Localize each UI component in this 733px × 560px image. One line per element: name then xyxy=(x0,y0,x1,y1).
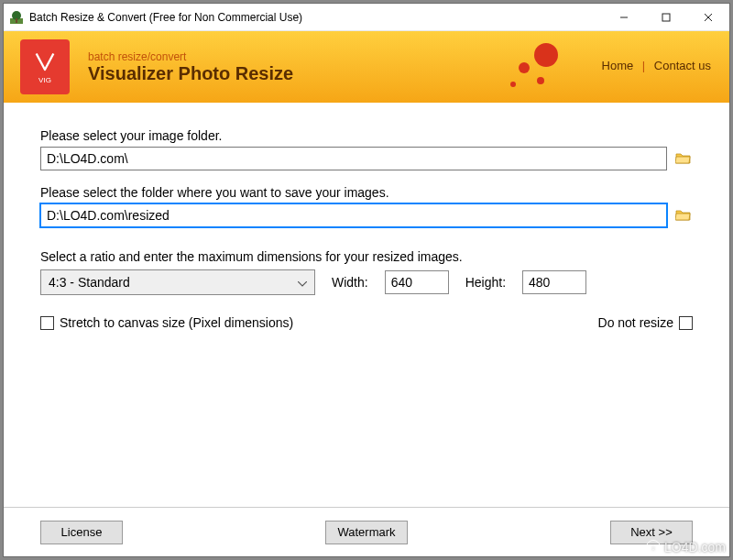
svg-point-7 xyxy=(534,43,558,67)
ratio-selected-value: 4:3 - Standard xyxy=(49,275,130,290)
source-folder-label: Please select your image folder. xyxy=(40,128,693,143)
dest-folder-input[interactable] xyxy=(40,203,667,227)
minimize-button[interactable] xyxy=(603,4,645,31)
noresize-checkbox[interactable] xyxy=(679,316,693,330)
svg-rect-4 xyxy=(662,14,670,21)
svg-point-9 xyxy=(537,77,544,84)
footer: License Watermark Next >> xyxy=(4,507,729,556)
banner: VIG batch resize/convert Visualizer Phot… xyxy=(4,31,729,103)
chevron-down-icon xyxy=(298,275,307,290)
width-label: Width: xyxy=(332,275,368,290)
ratio-label: Select a ratio and enter the maximum dim… xyxy=(40,249,693,264)
svg-point-8 xyxy=(519,62,530,73)
link-separator: | xyxy=(642,59,645,72)
banner-title: Visualizer Photo Resize xyxy=(88,63,293,84)
folder-icon xyxy=(675,208,692,223)
decorative-dots xyxy=(500,38,564,96)
contact-link[interactable]: Contact us xyxy=(654,59,711,72)
main-content: Please select your image folder. Please … xyxy=(4,103,729,507)
next-button[interactable]: Next >> xyxy=(610,521,693,544)
app-logo: VIG xyxy=(20,39,70,94)
app-window: Batch Resize & Convert (Free for Non Com… xyxy=(3,3,730,557)
source-folder-input[interactable] xyxy=(40,147,667,170)
logo-text: VIG xyxy=(38,76,51,84)
folder-icon xyxy=(675,151,692,166)
titlebar: Batch Resize & Convert (Free for Non Com… xyxy=(4,4,729,31)
noresize-label: Do not resize xyxy=(598,315,673,330)
banner-subtitle: batch resize/convert xyxy=(88,50,293,63)
maximize-button[interactable] xyxy=(645,4,687,31)
browse-dest-button[interactable] xyxy=(674,206,693,225)
close-button[interactable] xyxy=(687,4,729,31)
height-input[interactable] xyxy=(522,270,586,294)
watermark-button[interactable]: Watermark xyxy=(325,521,408,544)
ratio-select[interactable]: 4:3 - Standard xyxy=(40,269,315,295)
svg-point-10 xyxy=(510,82,516,87)
license-button[interactable]: License xyxy=(40,521,123,544)
browse-source-button[interactable] xyxy=(674,149,693,168)
app-icon xyxy=(9,10,24,25)
home-link[interactable]: Home xyxy=(602,59,634,72)
width-input[interactable] xyxy=(385,270,449,294)
stretch-checkbox[interactable] xyxy=(40,316,54,330)
svg-rect-2 xyxy=(16,18,17,23)
window-title: Batch Resize & Convert (Free for Non Com… xyxy=(29,11,302,24)
height-label: Height: xyxy=(465,275,506,290)
dest-folder-label: Please select the folder where you want … xyxy=(40,185,693,200)
stretch-label: Stretch to canvas size (Pixel dimensions… xyxy=(60,315,293,330)
